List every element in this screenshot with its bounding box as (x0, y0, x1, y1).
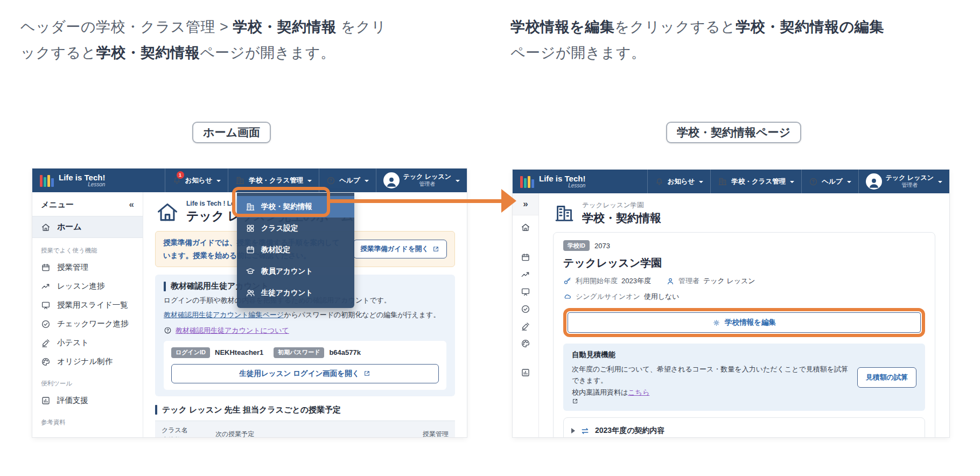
external-link-icon (572, 398, 849, 404)
chevron-down-icon (456, 180, 460, 184)
calendar-icon[interactable] (521, 253, 530, 262)
sidebar-expand-button[interactable]: » (513, 193, 538, 215)
bar-chart-icon[interactable] (521, 368, 530, 377)
account-edit-page-link[interactable]: 教材確認用生徒アカウント編集ページ (164, 311, 284, 319)
home-icon[interactable] (521, 222, 530, 232)
bar-chart-icon (41, 396, 51, 405)
nav-notifications[interactable]: お知らせ (647, 170, 711, 193)
page-title: 学校・契約情報 (582, 211, 661, 226)
school-class-dropdown: 学校・契約情報 クラス設定 教材設定 教員アカウント 生徒アカウント (237, 193, 354, 308)
dropdown-item-label: 教材設定 (261, 245, 290, 255)
nav-user-menu[interactable]: テック レッスン 管理者 (858, 170, 949, 193)
bell-icon (655, 177, 664, 186)
nav-notifications[interactable]: 1 お知らせ (165, 169, 228, 192)
dropdown-item-material-settings[interactable]: 教材設定 (237, 239, 354, 261)
app-header: Life is Tech! Lesson お知らせ 学校・クラス管理 ヘル (513, 170, 949, 193)
col-student-count: 生徒数 (162, 436, 181, 437)
estimate-doc-link[interactable]: こちら (628, 388, 649, 396)
col-class-name: クラス名 (162, 426, 188, 434)
chevron-down-icon (216, 180, 221, 184)
home-icon (41, 222, 51, 232)
calendar-icon (246, 245, 255, 255)
user-name: テック レッスン (886, 174, 934, 182)
chevron-down-icon (365, 180, 369, 184)
sidebar-item-home[interactable]: ホーム (32, 216, 143, 238)
arrow-head-icon (501, 189, 516, 213)
estimate-section: 自動見積機能 次年度のご利用について、希望されるコース・数量を入力いただくことで… (563, 344, 925, 411)
sidebar-item-label: チェックワーク進捗 (57, 319, 129, 329)
instruction-right-seg1: 学校情報を編集 (510, 19, 614, 35)
sidebar: メニュー « ホーム 授業でよく使う機能 授業管理 レッスン進捗 (32, 192, 143, 437)
collapsed-sidebar: » (513, 193, 539, 437)
contract-accordion[interactable]: 2023年度の契約内容 (563, 417, 925, 437)
schedule-section-title: テック レッスン 先生 担当クラスごとの授業予定 (162, 405, 341, 415)
logo-books-icon (40, 174, 54, 187)
dropdown-item-student-accounts[interactable]: 生徒アカウント (237, 282, 354, 304)
nav-help[interactable]: ヘルプ (319, 169, 375, 192)
dropdown-item-class-settings[interactable]: クラス設定 (237, 218, 354, 239)
logo-subtitle: Lesson (59, 182, 105, 187)
nav-help-label: ヘルプ (822, 177, 842, 186)
instruction-left-seg1: ヘッダーの学校・クラス管理 > (20, 19, 233, 35)
chevron-down-icon (847, 181, 851, 185)
instruction-left: ヘッダーの学校・クラス管理 > 学校・契約情報 をクリックすると学校・契約情報ペ… (20, 14, 392, 66)
password-badge: 初期パスワード (274, 347, 324, 358)
account-edit-suffix: からパスワードの初期化などの編集が行えます。 (284, 311, 440, 319)
avatar (383, 172, 400, 188)
sidebar-menu-label: メニュー (41, 200, 74, 210)
sidebar-item-evaluation-support[interactable]: 評価支援 (32, 391, 143, 410)
pencil-icon[interactable] (521, 321, 530, 331)
nav-school-class-management[interactable]: 学校・クラス管理 (228, 169, 319, 192)
nav-user-menu[interactable]: テック レッスン 管理者 (376, 169, 467, 192)
nav-school-class-label: 学校・クラス管理 (249, 176, 303, 185)
about-account-link[interactable]: 教材確認用生徒アカウントについて (176, 326, 289, 335)
estimate-button[interactable]: 見積額の試算 (857, 367, 916, 388)
monitor-icon (41, 300, 51, 310)
trend-up-icon[interactable] (521, 270, 530, 279)
arrow-line (330, 199, 503, 203)
logo[interactable]: Life is Tech! Lesson (32, 169, 113, 192)
monitor-icon[interactable] (521, 287, 530, 297)
sidebar-item-label: 授業用スライド一覧 (57, 300, 128, 310)
cloud-icon (563, 292, 572, 301)
logo-subtitle: Lesson (539, 183, 585, 188)
nav-notifications-label: お知らせ (185, 176, 213, 185)
screenshot-home: Life is Tech! Lesson 1 お知らせ 学校・クラス管理 (32, 169, 467, 437)
nav-notifications-label: お知らせ (668, 177, 695, 186)
admin-name: テック レッスン (703, 276, 755, 286)
estimate-doc-prefix: 校内稟議用資料は (572, 388, 628, 396)
sidebar-item-checkwork-progress[interactable]: チェックワーク進捗 (32, 314, 143, 333)
nav-school-class-label: 学校・クラス管理 (731, 177, 786, 186)
dropdown-item-teacher-accounts[interactable]: 教員アカウント (237, 261, 354, 282)
sidebar-section-frequent: 授業でよく使う機能 (32, 238, 143, 258)
graduation-cap-icon (246, 267, 255, 276)
open-guide-button[interactable]: 授業準備ガイドを開く (353, 240, 447, 258)
user-name: テック レッスン (403, 173, 451, 181)
nav-school-class-management[interactable]: 学校・クラス管理 (710, 170, 801, 193)
chevron-down-icon (938, 181, 942, 185)
estimate-title: 自動見積機能 (572, 350, 849, 360)
sidebar-item-lesson-progress[interactable]: レッスン進捗 (32, 277, 143, 296)
instruction-left-seg5: ページが開きます。 (200, 45, 335, 61)
logo[interactable]: Life is Tech! Lesson (513, 170, 593, 193)
sidebar-item-lesson-management[interactable]: 授業管理 (32, 258, 143, 277)
col-next-lesson: 次の授業予定 (215, 425, 410, 437)
question-circle-icon (809, 177, 818, 186)
edit-school-info-button[interactable]: 学校情報を編集 (568, 312, 921, 333)
palette-icon[interactable] (521, 339, 530, 348)
instruction-right-seg2: をクリックすると (614, 19, 736, 35)
school-info-card: 学校ID 2073 テックレッスン学園 利用開始年度 2023年度 管理者 (553, 232, 935, 437)
chevron-down-icon (790, 181, 794, 185)
sidebar-item-slides[interactable]: 授業用スライド一覧 (32, 296, 143, 314)
sidebar-collapse-button[interactable]: « (129, 199, 134, 210)
open-student-login-button[interactable]: 生徒用レッスン ログイン画面を開く (171, 364, 439, 383)
start-year-label: 利用開始年度 (576, 276, 618, 286)
building-icon (235, 176, 245, 185)
user-role: 管理者 (419, 181, 435, 188)
sidebar-item-quiz[interactable]: 小テスト (32, 333, 143, 352)
section-bar (155, 405, 157, 415)
sidebar-item-home-label: ホーム (57, 222, 82, 232)
check-circle-icon[interactable] (521, 304, 530, 314)
sidebar-item-original-creation[interactable]: オリジナル制作 (32, 352, 143, 371)
nav-help[interactable]: ヘルプ (801, 170, 858, 193)
